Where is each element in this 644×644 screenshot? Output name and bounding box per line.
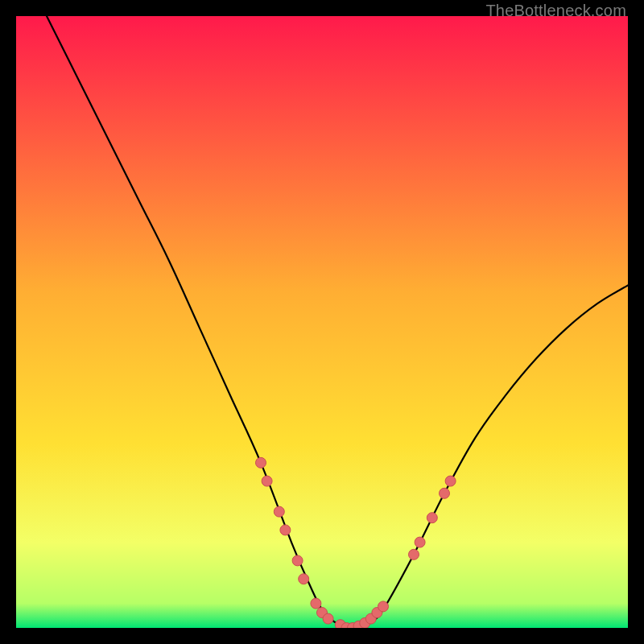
- bottleneck-chart: [16, 16, 628, 628]
- gradient-background: [16, 16, 628, 628]
- curve-marker: [280, 525, 291, 535]
- curve-marker: [409, 549, 419, 559]
- curve-marker: [256, 457, 266, 468]
- curve-marker: [274, 506, 284, 517]
- curve-marker: [292, 555, 303, 566]
- curve-marker: [415, 537, 425, 547]
- curve-marker: [299, 574, 309, 584]
- curve-marker: [311, 598, 321, 609]
- curve-marker: [378, 601, 389, 612]
- curve-marker: [262, 476, 272, 486]
- curve-marker: [427, 513, 437, 523]
- curve-marker: [440, 488, 450, 498]
- chart-frame: [16, 16, 628, 628]
- curve-marker: [323, 613, 333, 624]
- curve-marker: [445, 476, 456, 486]
